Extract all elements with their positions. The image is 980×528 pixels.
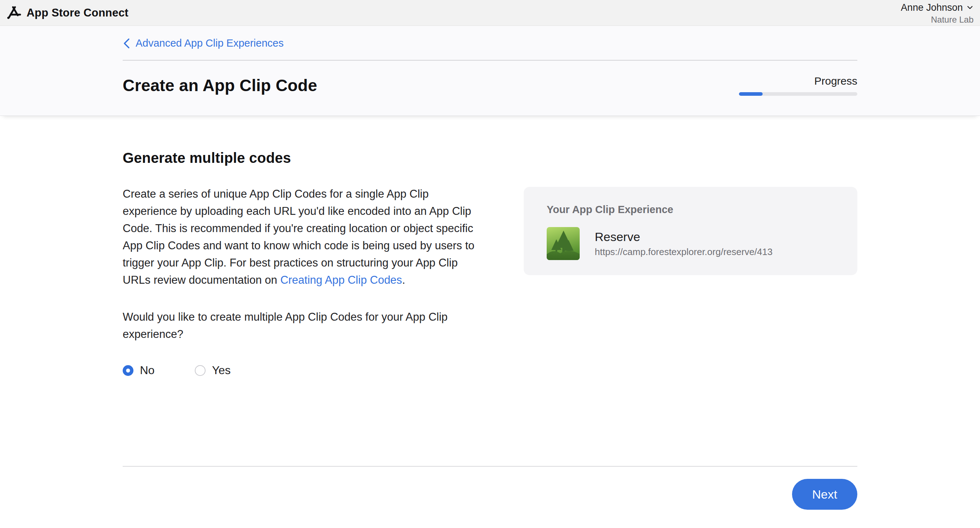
intro-paragraph: Create a series of unique App Clip Codes… <box>123 185 483 289</box>
radio-label-yes: Yes <box>212 364 231 377</box>
intro-text-after-link: . <box>402 274 405 286</box>
creating-app-clip-codes-link[interactable]: Creating App Clip Codes <box>280 274 402 286</box>
app-url: https://camp.forestexplorer.org/reserve/… <box>595 246 773 258</box>
app-store-connect-logo-icon <box>6 5 22 21</box>
app-clip-experience-card: Your App Clip Experience <box>524 187 858 275</box>
radio-button-yes[interactable] <box>195 365 205 376</box>
user-name: Anne Johnson <box>901 2 963 14</box>
page-title: Create an App Clip Code <box>123 76 317 95</box>
section-title: Generate multiple codes <box>123 150 483 166</box>
forest-app-icon <box>547 227 580 260</box>
next-button[interactable]: Next <box>792 479 858 510</box>
progress-block: Progress <box>739 75 858 96</box>
experience-row: Reserve https://camp.forestexplorer.org/… <box>547 227 834 260</box>
top-bar: App Store Connect Anne Johnson Nature La… <box>0 0 980 26</box>
chevron-left-icon <box>123 38 130 49</box>
user-organization: Nature Lab <box>901 14 974 25</box>
radio-option-yes[interactable]: Yes <box>195 364 231 377</box>
radio-option-no[interactable]: No <box>123 364 154 377</box>
app-name: Reserve <box>595 229 773 244</box>
app-store-connect-brand: App Store Connect <box>6 5 129 21</box>
chevron-down-icon <box>966 4 974 11</box>
radio-group: No Yes <box>123 364 483 377</box>
back-link[interactable]: Advanced App Clip Experiences <box>123 26 284 49</box>
user-menu[interactable]: Anne Johnson Nature Lab <box>901 2 974 25</box>
intro-text-before-link: Create a series of unique App Clip Codes… <box>123 188 474 286</box>
radio-label-no: No <box>140 364 154 377</box>
radio-button-no[interactable] <box>123 365 134 376</box>
experience-card-title: Your App Clip Experience <box>547 204 834 215</box>
progress-label: Progress <box>739 75 858 87</box>
app-title: App Store Connect <box>27 6 129 19</box>
progress-bar <box>739 92 858 96</box>
progress-fill <box>739 92 763 96</box>
page-header: Advanced App Clip Experiences Create an … <box>0 26 980 116</box>
user-name-row[interactable]: Anne Johnson <box>901 2 974 14</box>
footer-divider <box>123 466 858 467</box>
question-text: Would you like to create multiple App Cl… <box>123 309 483 343</box>
back-link-label: Advanced App Clip Experiences <box>135 37 284 49</box>
